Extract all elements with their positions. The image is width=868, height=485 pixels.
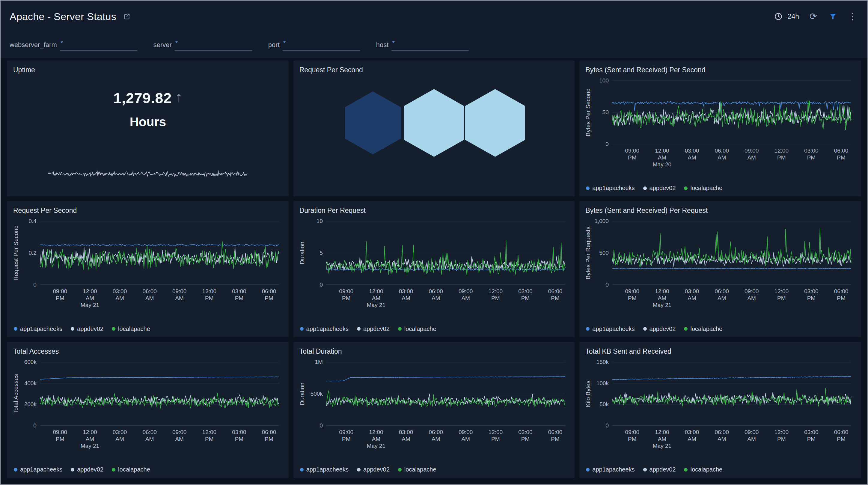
honeycomb-cell[interactable]: [404, 89, 464, 157]
svg-text:12:00: 12:00: [369, 288, 383, 294]
panel-total-kb: Total KB Sent and Received 050k100k150kK…: [579, 342, 861, 478]
svg-text:0: 0: [33, 281, 37, 288]
svg-text:09:00: 09:00: [172, 429, 186, 435]
legend-dot: [71, 468, 74, 472]
svg-text:AM: AM: [717, 295, 726, 301]
chart-legend: app1apacheeksappdev02localapache: [300, 324, 569, 333]
open-in-new-icon[interactable]: [121, 11, 132, 22]
svg-text:09:00: 09:00: [625, 429, 639, 435]
svg-text:09:00: 09:00: [53, 288, 67, 294]
filter-input-webserver-farm[interactable]: [65, 41, 137, 50]
svg-text:12:00: 12:00: [655, 288, 669, 294]
filter-input-server[interactable]: [180, 41, 251, 50]
panel-title: Request Per Second: [13, 207, 283, 215]
refresh-icon[interactable]: ⟳: [807, 11, 819, 22]
legend-dot: [300, 468, 304, 472]
svg-text:AM: AM: [432, 295, 440, 301]
legend-dot: [398, 327, 402, 331]
filter-input-host[interactable]: [397, 41, 468, 50]
svg-text:Bytes Per Second: Bytes Per Second: [585, 88, 591, 137]
legend-item: appdev02: [357, 466, 390, 473]
time-range-button[interactable]: -24h: [774, 12, 799, 21]
svg-text:PM: PM: [521, 435, 529, 442]
svg-text:May 21: May 21: [81, 443, 99, 449]
legend-item: app1apacheeks: [300, 326, 348, 332]
svg-text:03:00: 03:00: [685, 288, 699, 294]
legend-dot: [14, 468, 18, 472]
dashboard-root: Apache - Server Status -24h ⟳ ⋮: [0, 0, 868, 485]
chart-legend: app1apacheeksappdev02localapache: [13, 464, 283, 474]
svg-text:200k: 200k: [24, 401, 37, 407]
svg-text:AM: AM: [747, 435, 756, 442]
chart-canvas[interactable]: 050k100k150kKilo Bytes09:00PM12:00AMMay …: [585, 357, 855, 453]
svg-text:09:00: 09:00: [339, 288, 353, 294]
svg-text:May 21: May 21: [367, 302, 385, 308]
chart-legend: app1apacheeksappdev02localapache: [300, 464, 569, 474]
svg-text:10: 10: [316, 218, 322, 224]
svg-text:PM: PM: [628, 295, 636, 301]
legend-item: appdev02: [643, 466, 676, 473]
filter-input-port[interactable]: [288, 41, 360, 50]
svg-text:AM: AM: [717, 154, 726, 161]
legend-item: appdev02: [643, 185, 676, 191]
time-range-label: -24h: [785, 12, 799, 21]
svg-text:AM: AM: [461, 295, 470, 301]
honeycomb-cell[interactable]: [345, 91, 401, 154]
panel-total-duration: Total Duration 0500k1MDuration09:00PM12:…: [293, 342, 575, 478]
legend-label: appdev02: [77, 326, 103, 332]
svg-text:09:00: 09:00: [339, 429, 353, 435]
svg-text:12:00: 12:00: [774, 288, 788, 294]
svg-text:03:00: 03:00: [518, 429, 532, 435]
required-asterisk: *: [392, 39, 395, 47]
filter-icon[interactable]: [827, 11, 839, 22]
legend-dot: [586, 468, 590, 472]
legend-label: appdev02: [363, 326, 390, 332]
svg-text:PM: PM: [235, 435, 243, 442]
chart-canvas[interactable]: 0510Duration09:00PM12:00AMMay 2103:00AM0…: [300, 216, 569, 312]
legend-item: app1apacheeks: [586, 466, 634, 473]
chart-canvas[interactable]: 05001,000Bytes Per Requests09:00PM12:00A…: [585, 216, 855, 312]
legend-label: localapache: [404, 466, 436, 473]
svg-text:06:00: 06:00: [548, 288, 562, 294]
chart-canvas[interactable]: 0500k1MDuration09:00PM12:00AMMay 2103:00…: [300, 357, 569, 453]
svg-text:09:00: 09:00: [459, 288, 473, 294]
svg-text:06:00: 06:00: [548, 429, 562, 435]
kebab-menu-icon[interactable]: ⋮: [847, 11, 859, 22]
svg-text:Bytes Per Requests: Bytes Per Requests: [585, 226, 591, 279]
svg-text:Total Accesses: Total Accesses: [13, 374, 19, 413]
chart-canvas[interactable]: 050100Bytes Per Second09:00PM12:00AMMay …: [585, 75, 855, 172]
svg-text:12:00: 12:00: [655, 148, 669, 154]
svg-text:12:00: 12:00: [655, 429, 669, 435]
svg-text:AM: AM: [461, 435, 470, 442]
uptime-value: 1,279.82: [113, 90, 172, 107]
svg-text:PM: PM: [777, 154, 785, 161]
legend-label: app1apacheeks: [306, 326, 348, 332]
legend-label: app1apacheeks: [306, 466, 348, 473]
chart-svg: 0500k1MDuration09:00PM12:00AMMay 2103:00…: [300, 357, 569, 453]
legend-item: localapache: [398, 466, 436, 473]
svg-text:PM: PM: [56, 435, 64, 442]
filter-port: port *: [268, 40, 360, 51]
honeycomb-cell[interactable]: [465, 89, 525, 157]
svg-text:06:00: 06:00: [834, 148, 848, 154]
svg-text:09:00: 09:00: [625, 148, 639, 154]
chart-canvas[interactable]: 0200k400k600kTotal Accesses09:00PM12:00A…: [13, 357, 283, 453]
legend-dot: [684, 468, 688, 472]
panel-request-per-second-honeycomb: Request Per Second: [293, 61, 575, 196]
svg-text:Duration: Duration: [300, 383, 305, 405]
chart-canvas[interactable]: 00.20.4Request Per Second09:00PM12:00AMM…: [13, 216, 283, 312]
svg-text:Duration: Duration: [300, 242, 305, 264]
chart-legend: app1apacheeksappdev02localapache: [585, 464, 855, 474]
legend-dot: [357, 468, 361, 472]
chart-svg: 0200k400k600kTotal Accesses09:00PM12:00A…: [13, 357, 283, 453]
svg-text:100k: 100k: [596, 380, 609, 386]
svg-text:06:00: 06:00: [143, 288, 156, 294]
svg-text:Request Per Second: Request Per Second: [13, 225, 19, 280]
panel-title: Total Duration: [300, 347, 569, 356]
trend-up-arrow-icon: ↑: [175, 90, 183, 104]
svg-text:12:00: 12:00: [83, 288, 97, 294]
svg-text:0.4: 0.4: [29, 218, 37, 224]
svg-text:AM: AM: [658, 154, 666, 161]
svg-text:03:00: 03:00: [232, 288, 246, 294]
svg-text:50k: 50k: [600, 401, 609, 407]
